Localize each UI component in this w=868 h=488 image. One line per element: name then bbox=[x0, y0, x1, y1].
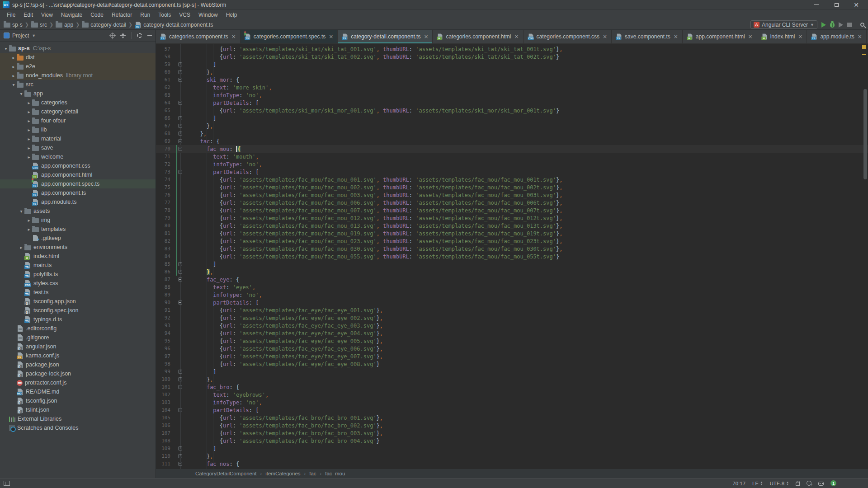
tab-close-icon[interactable]: × bbox=[514, 33, 519, 40]
code-text[interactable]: {url: 'assets/templates/fac_mou/fac_mou_… bbox=[184, 253, 559, 260]
code-text[interactable]: {url: 'assets/templates/ski_tat/ski_tat_… bbox=[184, 54, 559, 60]
tree-collapsed-arrow[interactable]: ▸ bbox=[26, 155, 32, 160]
code-text[interactable]: }, bbox=[184, 131, 207, 137]
tree-row-material[interactable]: ▸material bbox=[0, 134, 156, 143]
menu-edit[interactable]: Edit bbox=[19, 11, 37, 19]
code-text[interactable]: {url: 'assets/templates/fac_eye/fac_eye_… bbox=[184, 315, 383, 321]
tree-row-test-ts[interactable]: TStest.ts bbox=[0, 288, 156, 297]
code-text[interactable]: partDetails: [ bbox=[184, 407, 259, 413]
fold-end-marker[interactable] bbox=[178, 370, 182, 374]
code-text[interactable]: infoType: 'no', bbox=[184, 161, 262, 168]
code-text[interactable]: infoType: 'no', bbox=[184, 399, 262, 406]
fold-start-marker[interactable] bbox=[178, 408, 182, 412]
fold-start-marker[interactable] bbox=[178, 139, 182, 143]
menu-navigate[interactable]: Navigate bbox=[57, 11, 86, 19]
minimize-button[interactable] bbox=[807, 0, 826, 10]
fold-start-marker[interactable] bbox=[178, 300, 182, 305]
select-opened-file-icon[interactable] bbox=[110, 33, 115, 38]
code-text[interactable]: {url: 'assets/templates/fac_mou/fac_mou_… bbox=[184, 192, 562, 198]
code-text[interactable]: }, bbox=[184, 453, 213, 460]
code-text[interactable]: {url: 'assets/templates/fac_mou/fac_mou_… bbox=[184, 177, 562, 183]
code-text[interactable]: fac: { bbox=[184, 138, 220, 145]
tab-close-icon[interactable]: × bbox=[603, 33, 607, 40]
tab-close-icon[interactable]: × bbox=[798, 33, 802, 40]
menu-file[interactable]: File bbox=[3, 11, 19, 19]
fold-end-marker[interactable] bbox=[178, 70, 182, 74]
tree-row-external-libraries[interactable]: External Libraries bbox=[0, 414, 156, 423]
code-text[interactable]: {url: 'assets/templates/fac_eye/fac_eye_… bbox=[184, 338, 383, 344]
code-text[interactable]: {url: 'assets/templates/fac_bro/fac_bro_… bbox=[184, 438, 380, 444]
code-text[interactable]: }, bbox=[184, 376, 213, 383]
tab-save-component-ts[interactable]: TSsave.component.ts× bbox=[612, 30, 683, 43]
tree-expanded-arrow[interactable]: ▾ bbox=[10, 82, 17, 87]
fold-end-marker[interactable] bbox=[178, 270, 182, 274]
code-text[interactable]: {url: 'assets/templates/ski_mor/ski_mor_… bbox=[184, 108, 559, 114]
readonly-lock-icon[interactable] bbox=[796, 483, 800, 486]
inspection-status-indicator[interactable] bbox=[862, 45, 866, 49]
search-everywhere-icon[interactable] bbox=[860, 23, 864, 27]
tree-row-e2e[interactable]: ▸e2e bbox=[0, 62, 156, 71]
tree-row-save[interactable]: ▸save bbox=[0, 143, 156, 152]
run-with-coverage-button[interactable] bbox=[839, 22, 843, 28]
code-text[interactable]: fac_bro: { bbox=[184, 384, 239, 390]
code-text[interactable]: {url: 'assets/templates/fac_eye/fac_eye_… bbox=[184, 361, 380, 367]
menu-help[interactable]: Help bbox=[222, 11, 241, 19]
tree-collapsed-arrow[interactable]: ▸ bbox=[10, 55, 17, 60]
encoding-selector[interactable]: UTF-8 ▲▼ bbox=[769, 481, 789, 486]
tree-collapsed-arrow[interactable]: ▸ bbox=[26, 118, 32, 123]
tree-collapsed-arrow[interactable]: ▸ bbox=[26, 136, 32, 141]
fold-start-marker[interactable] bbox=[178, 78, 182, 82]
tab-app-component-html[interactable]: Happ.component.html× bbox=[683, 30, 757, 43]
code-text[interactable]: text: 'mouth', bbox=[184, 154, 259, 160]
code-text[interactable]: text: 'eyes', bbox=[184, 284, 255, 291]
highlighting-level-icon[interactable] bbox=[807, 481, 811, 486]
tree-expanded-arrow[interactable]: ▾ bbox=[3, 46, 9, 51]
tree-collapsed-arrow[interactable]: ▸ bbox=[26, 109, 32, 114]
code-text[interactable]: fac_mou: { bbox=[184, 146, 241, 152]
tree-collapsed-arrow[interactable]: ▸ bbox=[10, 73, 17, 78]
menu-refactor[interactable]: Refactor bbox=[108, 11, 136, 19]
tree-row-node-modules[interactable]: ▸node_moduleslibrary root bbox=[0, 71, 156, 80]
tree-collapsed-arrow[interactable]: ▸ bbox=[26, 127, 32, 132]
tool-window-switcher-icon[interactable] bbox=[4, 481, 10, 486]
fold-start-marker[interactable] bbox=[178, 147, 182, 151]
code-text[interactable]: ] bbox=[184, 115, 217, 122]
menu-code[interactable]: Code bbox=[86, 11, 108, 19]
tree-row-src[interactable]: ▾src bbox=[0, 80, 156, 89]
fold-start-marker[interactable] bbox=[178, 170, 182, 174]
tab-categories-component-css[interactable]: CSScategories.component.css× bbox=[524, 30, 612, 43]
menu-vcs[interactable]: VCS bbox=[175, 11, 194, 19]
code-text[interactable]: {url: 'assets/templates/fac_mou/fac_mou_… bbox=[184, 238, 562, 244]
code-text[interactable]: ] bbox=[184, 446, 217, 452]
code-text[interactable]: ] bbox=[184, 61, 217, 68]
tree-row-package-lock-json[interactable]: {}package-lock.json bbox=[0, 369, 156, 378]
breadcrumb-item-categorydetailcomponent[interactable]: CategoryDetailComponent bbox=[195, 471, 257, 476]
code-text[interactable]: {url: 'assets/templates/fac_mou/fac_mou_… bbox=[184, 184, 562, 191]
code-text[interactable]: {url: 'assets/templates/fac_mou/fac_mou_… bbox=[184, 246, 562, 252]
code-text[interactable]: }, bbox=[184, 123, 213, 129]
run-button[interactable] bbox=[821, 22, 826, 28]
tab-categories-component-ts[interactable]: TScategories.component.ts× bbox=[156, 30, 241, 43]
tab-app-module-ts[interactable]: TSapp.module.ts× bbox=[807, 30, 866, 43]
tree-collapsed-arrow[interactable]: ▸ bbox=[26, 145, 32, 150]
breadcrumb-item-itemcategories[interactable]: itemCategories bbox=[265, 471, 300, 476]
tree-row-polyfills-ts[interactable]: TSpolyfills.ts bbox=[0, 270, 156, 279]
code-text[interactable]: {url: 'assets/templates/fac_mou/fac_mou_… bbox=[184, 223, 562, 229]
breadcrumb-item-fac-mou[interactable]: fac_mou bbox=[325, 471, 345, 476]
code-text[interactable]: fac_nos: { bbox=[184, 461, 239, 467]
tree-row-app[interactable]: ▾app bbox=[0, 89, 156, 98]
collapse-all-icon[interactable] bbox=[120, 33, 126, 38]
tab-categories-component-html[interactable]: Hcategories.component.html× bbox=[433, 30, 523, 43]
tab-close-icon[interactable]: × bbox=[231, 33, 236, 40]
code-text[interactable]: text: 'more skin', bbox=[184, 84, 272, 91]
tree-row-gitignore[interactable]: .gitignore bbox=[0, 333, 156, 342]
tree-expanded-arrow[interactable]: ▾ bbox=[18, 209, 24, 214]
hide-panel-icon[interactable] bbox=[147, 35, 152, 36]
nav-crumb-category-detail-component-ts[interactable]: TScategory-detail.component.ts bbox=[135, 21, 213, 28]
code-text[interactable]: {url: 'assets/templates/fac_mou/fac_mou_… bbox=[184, 200, 562, 206]
code-text[interactable]: fac_eye: { bbox=[184, 277, 239, 283]
tree-row-app-module-ts[interactable]: TSapp.module.ts bbox=[0, 197, 156, 206]
tree-row-scratches-and-consoles[interactable]: Scratches and Consoles bbox=[0, 423, 156, 432]
code-text[interactable]: partDetails: [ bbox=[184, 300, 259, 306]
tree-row-welcome[interactable]: ▸welcome bbox=[0, 152, 156, 161]
